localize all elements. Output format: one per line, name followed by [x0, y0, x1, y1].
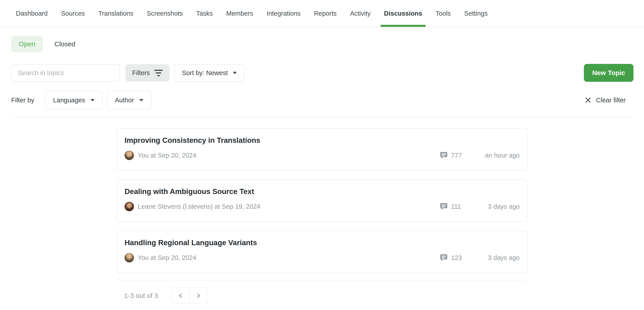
chevron-down-icon [233, 72, 237, 74]
comment-icon [440, 254, 447, 261]
filter-bar: Filter by Languages Author Clear filter [11, 91, 626, 109]
comment-icon [440, 152, 447, 159]
avatar [124, 253, 134, 262]
nav-item-screenshots[interactable]: Screenshots [145, 0, 184, 27]
languages-dropdown-label: Languages [53, 97, 85, 104]
topic-meta-row: You at Sep 20, 2024 123 3 days ago [124, 253, 520, 262]
clear-filter-label: Clear filter [596, 97, 626, 104]
topic-card[interactable]: Handling Regional Language Variants You … [116, 230, 528, 273]
nav-item-integrations[interactable]: Integrations [265, 0, 302, 27]
filter-lines-icon [154, 70, 163, 76]
topic-title[interactable]: Handling Regional Language Variants [124, 238, 520, 247]
topic-author-group: Leane Stevens (l.stevens) at Sep 19, 202… [124, 202, 440, 211]
topic-comments: 777 [440, 152, 462, 159]
topic-author-line: Leane Stevens (l.stevens) at Sep 19, 202… [138, 203, 260, 210]
chevron-down-icon [139, 99, 143, 101]
sort-button-label: Sort by: Newest [182, 69, 228, 77]
clear-filter-button[interactable]: Clear filter [585, 97, 626, 104]
filters-button-label: Filters [132, 69, 150, 77]
topic-stats-group: 777 an hour ago [440, 152, 520, 159]
pagination: 1-3 out of 3 [116, 288, 528, 304]
chevron-down-icon [90, 99, 94, 101]
topic-stats-group: 111 3 days ago [440, 203, 520, 210]
topic-author-line: You at Sep 20, 2024 [138, 254, 196, 262]
nav-item-dashboard[interactable]: Dashboard [14, 0, 49, 27]
chevron-left-icon [178, 293, 183, 298]
filters-button[interactable]: Filters [126, 64, 170, 82]
close-icon [585, 97, 592, 103]
comment-count: 123 [451, 254, 462, 262]
filter-by-label: Filter by [11, 97, 34, 104]
tab-closed[interactable]: Closed [54, 40, 75, 48]
nav-item-sources[interactable]: Sources [60, 0, 86, 27]
topic-author-group: You at Sep 20, 2024 [124, 253, 440, 262]
topic-comments: 123 [440, 254, 462, 262]
nav-item-settings[interactable]: Settings [463, 0, 489, 27]
new-topic-button[interactable]: New Topic [584, 64, 634, 82]
author-dropdown-label: Author [115, 97, 134, 104]
next-page-button[interactable] [190, 288, 207, 304]
tab-open[interactable]: Open [11, 36, 43, 52]
prev-page-button[interactable] [172, 288, 190, 304]
status-tabs: Open Closed [11, 36, 644, 52]
main-nav: DashboardSourcesTranslationsScreenshotsT… [0, 0, 644, 27]
search-input[interactable] [11, 64, 120, 82]
topic-title[interactable]: Improving Consistency in Translations [124, 136, 520, 145]
topic-list: Improving Consistency in Translations Yo… [116, 117, 528, 273]
topic-meta-row: You at Sep 20, 2024 777 an hour ago [124, 151, 520, 160]
nav-item-tasks[interactable]: Tasks [194, 0, 214, 27]
chevron-right-icon [196, 293, 201, 298]
comment-count: 777 [451, 152, 462, 159]
topic-author-group: You at Sep 20, 2024 [124, 151, 440, 160]
topic-card[interactable]: Dealing with Ambiguous Source Text Leane… [116, 179, 528, 222]
comment-icon [440, 203, 447, 210]
list-divider [116, 280, 528, 280]
comment-count: 111 [451, 203, 461, 210]
avatar [124, 151, 134, 160]
topic-updated-time: 3 days ago [462, 254, 520, 262]
nav-item-activity[interactable]: Activity [348, 0, 372, 27]
sort-button[interactable]: Sort by: Newest [174, 64, 244, 82]
topic-comments: 111 [440, 203, 461, 210]
author-dropdown[interactable]: Author [107, 91, 152, 109]
topic-stats-group: 123 3 days ago [440, 254, 520, 262]
languages-dropdown[interactable]: Languages [45, 91, 103, 109]
nav-item-tools[interactable]: Tools [434, 0, 452, 27]
topic-meta-row: Leane Stevens (l.stevens) at Sep 19, 202… [124, 202, 520, 211]
topic-card[interactable]: Improving Consistency in Translations Yo… [116, 128, 528, 171]
topic-author-line: You at Sep 20, 2024 [138, 152, 196, 159]
pagination-summary: 1-3 out of 3 [124, 292, 158, 300]
avatar [124, 202, 134, 211]
topic-updated-time: 3 days ago [461, 203, 520, 210]
topic-updated-time: an hour ago [462, 152, 520, 159]
topic-title[interactable]: Dealing with Ambiguous Source Text [124, 187, 520, 196]
nav-item-translations[interactable]: Translations [96, 0, 135, 27]
nav-item-discussions[interactable]: Discussions [382, 0, 424, 27]
nav-item-members[interactable]: Members [225, 0, 255, 27]
pager-group [172, 288, 207, 304]
toolbar: Filters Sort by: Newest New Topic [11, 64, 634, 82]
nav-item-reports[interactable]: Reports [312, 0, 338, 27]
